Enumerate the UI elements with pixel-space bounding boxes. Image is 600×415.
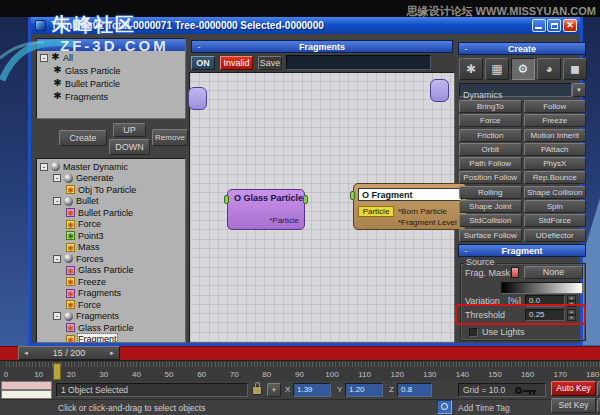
output-connector[interactable] (303, 195, 308, 204)
set-key-button[interactable]: Set Key (551, 398, 596, 413)
tree-item-master-dynamic[interactable]: -Master Dynamic (37, 161, 185, 173)
tree-item-freeze[interactable]: ✱Freeze (37, 276, 185, 288)
operator-button-stdcollision[interactable]: StdCollision (459, 214, 522, 227)
glass-particle-node[interactable]: O Glass Particle *Particle (227, 189, 305, 230)
dynamics-category-icon[interactable]: ⚙ (511, 58, 535, 80)
time-tag-icon[interactable] (437, 400, 452, 414)
z-field[interactable]: 0.8 (397, 383, 432, 397)
dropdown-arrow-button[interactable]: ▼ (572, 83, 586, 97)
expand-toggle-icon[interactable]: - (53, 312, 61, 320)
input-connector[interactable] (350, 191, 355, 200)
node-title-field[interactable]: O Fragment (358, 188, 462, 201)
tree-item-glass-particle[interactable]: ✱Glass Particle (37, 322, 185, 334)
operator-button-rep-bounce[interactable]: Rep.Bounce (524, 171, 587, 184)
operator-button-position-follow[interactable]: Position Follow (459, 171, 522, 184)
remove-button[interactable]: Remove (152, 129, 188, 146)
expand-toggle-icon[interactable]: - (53, 255, 61, 263)
tree-item-fragments[interactable]: ✱Fragments (37, 288, 185, 300)
up-button[interactable]: UP (113, 123, 146, 137)
window-titlebar[interactable]: Thinking02 Total-0000071 Tree-0000000 Se… (31, 17, 580, 34)
tree-item-all[interactable]: -✱All (37, 51, 185, 64)
operator-button-pattach[interactable]: PAttach (524, 143, 587, 156)
use-lights-checkbox[interactable] (469, 328, 478, 337)
tree-item-glass-particle[interactable]: ✱Glass Particle (37, 265, 185, 277)
initiator-icon[interactable]: ▦ (485, 58, 509, 80)
tree-item-fragments[interactable]: -Fragments (37, 311, 185, 323)
auto-key-button[interactable]: Auto Key (551, 381, 596, 396)
save-button[interactable]: Save (258, 56, 282, 70)
mini-listener-white[interactable] (1, 390, 52, 399)
operator-button-bringto[interactable]: BringTo (459, 100, 522, 113)
particle-chip[interactable]: Particle (358, 206, 394, 217)
tree-item-bullet-particle[interactable]: ✱Bullet Particle (37, 77, 185, 90)
geometry-category-icon[interactable]: ◼ (563, 58, 587, 80)
operator-button-shape-collision[interactable]: Shape Collision (524, 186, 587, 199)
operator-button-rolling[interactable]: Rolling (459, 186, 522, 199)
selection-lock-icon[interactable] (252, 386, 262, 395)
tree-item-force[interactable]: ✱Force (37, 299, 185, 311)
tree-item-bullet-particle[interactable]: ✱Bullet Particle (37, 207, 185, 219)
tree-item-glass-particle[interactable]: ✱Glass Particle (37, 64, 185, 77)
down-button[interactable]: DOWN (109, 139, 150, 155)
expand-toggle-icon[interactable]: - (40, 163, 48, 171)
frag-mask-swatch[interactable] (511, 267, 519, 278)
minimize-button[interactable] (532, 19, 546, 32)
operator-button-follow[interactable]: Follow (524, 100, 587, 113)
x-field[interactable]: 1.39 (293, 383, 331, 397)
group-node-right[interactable] (430, 79, 449, 102)
create-button[interactable]: Create (59, 130, 107, 146)
prev-frame-icon[interactable]: ◄ (19, 350, 33, 356)
operator-button-physx[interactable]: PhysX (524, 157, 587, 170)
fragment-node[interactable]: O Fragment Particle *Born Particle *Frag… (353, 183, 467, 230)
track-bar[interactable]: 0102030405060708090100110120130140150160… (0, 360, 600, 381)
operator-button-surface-follow[interactable]: Surface Follow (459, 229, 522, 242)
add-time-tag[interactable]: Add Time Tag (458, 403, 510, 413)
tree-item-fragment[interactable]: ✱Fragment (37, 334, 185, 344)
mask-gradient-bar[interactable] (501, 282, 583, 294)
operator-button-force[interactable]: Force (459, 114, 522, 127)
tree-item-fragments[interactable]: ✱Fragments (37, 90, 185, 103)
set-key-mode-icon[interactable] (515, 387, 522, 394)
rollout-collapse-icon[interactable]: - (462, 45, 470, 53)
next-frame-icon[interactable]: ► (105, 350, 119, 356)
operator-button-shape-joint[interactable]: Shape Joint (459, 200, 522, 213)
time-slider-handle[interactable]: ◄ 15 / 200 ► (18, 346, 120, 360)
mini-listener-pink[interactable] (1, 381, 52, 390)
operator-button-orbit[interactable]: Orbit (459, 143, 522, 156)
canvas-header[interactable]: - Fragments (191, 40, 453, 53)
operator-button-friction[interactable]: Friction (459, 129, 522, 142)
expand-toggle-icon[interactable]: - (40, 54, 48, 62)
canvas-grid[interactable]: O Glass Particle *Particle O Fragment Pa… (189, 72, 455, 343)
operator-button-spin[interactable]: Spin (524, 200, 587, 213)
close-button[interactable]: ✕ (563, 19, 577, 32)
current-frame-marker[interactable] (53, 363, 61, 380)
operator-button-udeflector[interactable]: UDeflector (524, 229, 587, 242)
create-rollout-header[interactable]: - Create (458, 42, 586, 55)
shape-category-icon[interactable]: ◕ (537, 58, 561, 80)
y-field[interactable]: 1.20 (345, 383, 383, 397)
absolute-mode-button[interactable]: + (267, 383, 281, 397)
operator-button-path-follow[interactable]: Path Follow (459, 157, 522, 170)
dynamics-tree[interactable]: -Master Dynamic-Generate✱Obj To Particle… (36, 158, 186, 343)
tree-item-bullet[interactable]: -Bullet (37, 196, 185, 208)
operator-button-freeze[interactable]: Freeze (524, 114, 587, 127)
particle-groups-tree[interactable]: -✱All✱Glass Particle✱Bullet Particle✱Fra… (36, 38, 186, 119)
invalid-button[interactable]: Invalid (220, 56, 253, 70)
operator-button-stdforce[interactable]: StdForce (524, 214, 587, 227)
expand-toggle-icon[interactable]: - (53, 174, 61, 182)
tree-item-point3[interactable]: ✱Point3 (37, 230, 185, 242)
frag-mask-none-button[interactable]: None (524, 266, 583, 279)
tree-item-mass[interactable]: ✱Mass (37, 242, 185, 254)
maximize-button[interactable] (547, 19, 561, 32)
tree-item-force[interactable]: ✱Force (37, 219, 185, 231)
rollout-collapse-icon[interactable]: - (462, 247, 470, 255)
tree-item-generate[interactable]: -Generate (37, 173, 185, 185)
fragment-rollout-header[interactable]: - Fragment (458, 244, 586, 257)
input-connector[interactable] (224, 195, 229, 204)
tree-item-obj-to-particle[interactable]: ✱Obj To Particle (37, 184, 185, 196)
group-node-left[interactable] (188, 87, 207, 110)
expand-toggle-icon[interactable]: - (53, 197, 61, 205)
create-particle-icon[interactable]: ✱ (459, 58, 483, 80)
canvas-name-field[interactable] (286, 55, 431, 70)
operator-button-motion-inherit[interactable]: Motion Inherit (524, 129, 587, 142)
